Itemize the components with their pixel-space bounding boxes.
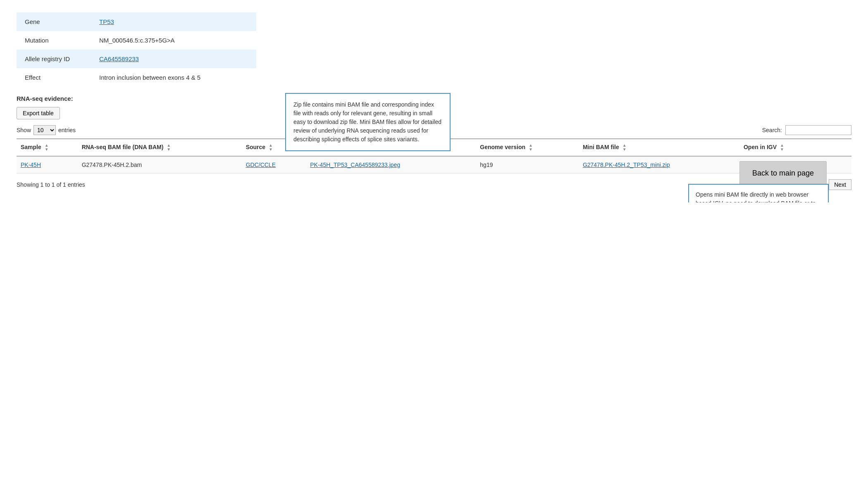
tooltip-igv: Opens mini BAM file directly in web brow… [688, 184, 829, 202]
col-mini-bam: Mini BAM file ▲▼ [579, 139, 739, 156]
table-row: PK-45H G27478.PK-45H.2.bam GDC/CCLE PK-4… [17, 156, 851, 174]
export-table-button[interactable]: Export table [17, 107, 60, 119]
allele-link[interactable]: CA645589233 [99, 55, 139, 62]
sample-link[interactable]: PK-45H [21, 162, 41, 168]
cell-source: GDC/CCLE [242, 156, 306, 174]
entries-per-page-select[interactable]: 10 25 50 100 [33, 125, 56, 135]
next-button[interactable]: Next [829, 179, 851, 190]
tooltip-igv-text: Opens mini BAM file directly in web brow… [696, 191, 816, 202]
tooltip-zip: Zip file contains mini BAM file and corr… [285, 93, 451, 151]
cell-snapshot: PK-45H_TP53_CA645589233.jpeg [306, 156, 476, 174]
sort-arrows-genome[interactable]: ▲▼ [529, 143, 533, 152]
source-link[interactable]: GDC/CCLE [246, 162, 276, 168]
show-label: Show [17, 127, 31, 133]
mini-bam-link[interactable]: G27478.PK-45H.2_TP53_mini.zip [583, 162, 670, 168]
showing-text: Showing 1 to 1 of 1 entries [17, 181, 85, 188]
search-input[interactable] [785, 125, 851, 135]
col-bam: RNA-seq BAM file (DNA BAM) ▲▼ [78, 139, 242, 156]
sort-arrows-sample[interactable]: ▲▼ [45, 143, 49, 152]
col-genome: Genome version ▲▼ [476, 139, 579, 156]
cell-sample: PK-45H [17, 156, 78, 174]
effect-value: Intron inclusion between exons 4 & 5 [91, 68, 256, 87]
info-table: Gene TP53 Mutation NM_000546.5:c.375+5G>… [17, 12, 256, 87]
allele-label: Allele registry ID [17, 50, 91, 68]
sort-arrows-mini-bam[interactable]: ▲▼ [622, 143, 627, 152]
snapshot-link[interactable]: PK-45H_TP53_CA645589233.jpeg [310, 162, 400, 168]
mutation-value: NM_000546.5:c.375+5G>A [91, 31, 256, 50]
mutation-label: Mutation [17, 31, 91, 50]
back-to-main-button[interactable]: Back to main page [739, 161, 827, 185]
sort-arrows-bam[interactable]: ▲▼ [167, 143, 171, 152]
col-sample: Sample ▲▼ [17, 139, 78, 156]
col-igv: Open in IGV ▲▼ [739, 139, 851, 156]
cell-mini-bam: G27478.PK-45H.2_TP53_mini.zip [579, 156, 739, 174]
show-entries-control: Show 10 25 50 100 entries [17, 125, 76, 135]
cell-bam: G27478.PK-45H.2.bam [78, 156, 242, 174]
cell-genome: hg19 [476, 156, 579, 174]
sort-arrows-igv[interactable]: ▲▼ [780, 143, 784, 152]
search-box: Search: [762, 125, 851, 135]
allele-value: CA645589233 [91, 50, 256, 68]
gene-link[interactable]: TP53 [99, 18, 114, 25]
gene-value: TP53 [91, 12, 256, 31]
sort-arrows-source[interactable]: ▲▼ [269, 143, 273, 152]
gene-label: Gene [17, 12, 91, 31]
search-label: Search: [762, 127, 782, 133]
entries-label: entries [58, 127, 76, 133]
effect-label: Effect [17, 68, 91, 87]
tooltip-zip-text: Zip file contains mini BAM file and corr… [293, 101, 441, 143]
